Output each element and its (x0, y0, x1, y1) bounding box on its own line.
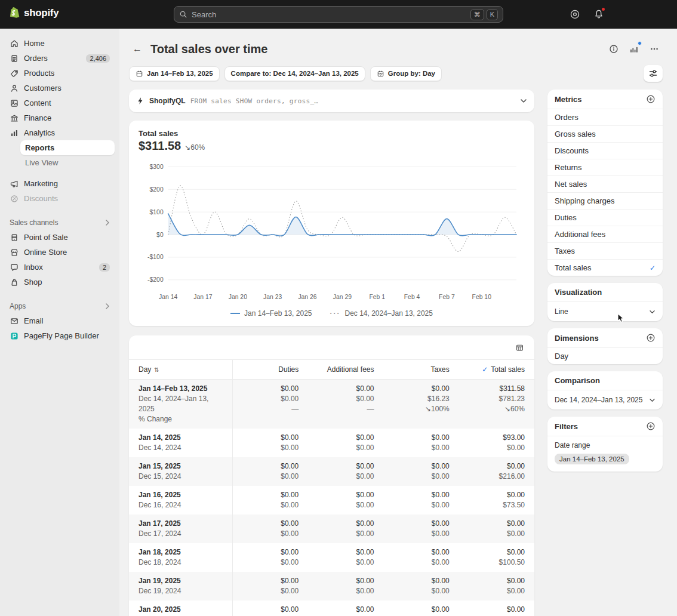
value-current: $0.00 (393, 461, 450, 472)
table-row[interactable]: Jan 20, 2025Dec 20, 2024$0.00$0.00$0.00$… (129, 600, 534, 616)
table-row[interactable]: Jan 14, 2025Dec 14, 2024$0.00$0.00$0.00$… (129, 429, 534, 457)
column-label: Duties (278, 365, 299, 374)
metric-option-net-sales[interactable]: Net sales (547, 175, 663, 192)
marketing-icon (10, 179, 19, 189)
cell-additional-fees: $0.00$0.00 (308, 600, 383, 616)
date-range-chip[interactable]: Jan 14–Feb 13, 2025 (129, 66, 220, 81)
table-row[interactable]: Jan 19, 2025Dec 19, 2024$0.00$0.00$0.00$… (129, 572, 534, 600)
sidebar-item-home[interactable]: Home (5, 36, 115, 51)
comparison-select[interactable]: Dec 14, 2024–Jan 13, 2025 (547, 390, 663, 409)
sidebar-section-title: Apps (10, 302, 26, 310)
value-current: $0.00 (469, 576, 525, 586)
sidebar-item-content[interactable]: Content (5, 96, 115, 110)
cell-duties: $0.00$0.00 (233, 515, 308, 543)
visualization-select[interactable]: Line (547, 301, 663, 321)
value-comparison: $73.50 (469, 500, 525, 510)
sort-icon[interactable]: ⇅ (154, 366, 159, 373)
value-comparison: $0.00 (242, 394, 299, 404)
sidebar-item-pagefly-page-builder[interactable]: PageFly Page Builder (5, 328, 115, 343)
add-dimension-button[interactable] (646, 333, 656, 343)
metric-option-orders[interactable]: Orders (547, 109, 663, 125)
metric-option-duties[interactable]: Duties (547, 209, 663, 226)
compare-to-chip[interactable]: Compare to: Dec 14, 2024–Jan 13, 2025 (224, 66, 365, 81)
dimension-option-day[interactable]: Day (547, 347, 663, 364)
sidebar-item-analytics[interactable]: Analytics (5, 125, 115, 140)
search-input[interactable]: Search ⌘ K (174, 6, 503, 23)
sidebar-item-label: Discounts (24, 194, 58, 203)
value-current: $0.00 (393, 576, 450, 586)
sidebar-item-live-view[interactable]: Live View (20, 155, 115, 170)
sidebar-item-discounts[interactable]: Discounts (5, 191, 115, 206)
svg-text:Feb 7: Feb 7 (439, 294, 455, 300)
sidebar-item-shop[interactable]: Shop (5, 275, 115, 289)
sidebar-item-reports[interactable]: Reports (20, 140, 115, 155)
table-row[interactable]: Jan 14–Feb 13, 2025Dec 14, 2024–Jan 13, … (129, 380, 534, 429)
value-current: $0.00 (318, 605, 374, 615)
svg-text:$100: $100 (150, 209, 164, 215)
metric-value: $311.58 (139, 139, 181, 153)
column-header-duties[interactable]: Duties (233, 360, 308, 379)
column-label: Taxes (430, 365, 449, 374)
info-button[interactable] (605, 41, 622, 57)
value-comparison: $100.50 (469, 558, 525, 568)
value-current: Jan 17, 2025 (139, 519, 223, 529)
sidebar-item-point-of-sale[interactable]: Point of Sale (5, 230, 115, 245)
check-icon: ✓ (482, 365, 488, 374)
metric-option-label: Taxes (555, 247, 575, 255)
sidebar-item-marketing[interactable]: Marketing (5, 176, 115, 191)
customize-panel-button[interactable] (644, 65, 663, 82)
cell-duties: $0.00$0.00 (233, 457, 308, 486)
cell-total-sales: $311.58$781.23↘60% (459, 380, 534, 429)
metric-option-additional-fees[interactable]: Additional fees (547, 226, 663, 242)
value-comparison: Dec 16, 2024 (139, 500, 223, 510)
cell-day: Jan 15, 2025Dec 15, 2024 (129, 457, 233, 486)
table-view-button[interactable] (512, 340, 527, 355)
column-header-total-sales[interactable]: ✓Total sales (459, 360, 534, 379)
chevron-down-icon[interactable] (520, 98, 527, 103)
metric-option-total-sales[interactable]: Total sales✓ (547, 259, 663, 276)
column-header-taxes[interactable]: Taxes (384, 360, 459, 379)
sidebar-section-sales-channels[interactable]: Sales channels (5, 215, 115, 230)
metric-option-discounts[interactable]: Discounts (547, 142, 663, 159)
sidebar-item-products[interactable]: Products (5, 66, 115, 81)
more-button[interactable] (646, 41, 663, 57)
metric-option-shipping-charges[interactable]: Shipping charges (547, 192, 663, 209)
svg-text:Jan 17: Jan 17 (193, 294, 212, 300)
notifications-button[interactable] (589, 5, 608, 24)
date-range-filter-chip[interactable]: Jan 14–Feb 13, 2025 (555, 454, 629, 464)
cmd-key: ⌘ (470, 9, 484, 20)
sidebar-item-finance[interactable]: Finance (5, 110, 115, 125)
metric-option-returns[interactable]: Returns (547, 159, 663, 175)
sidebar-item-inbox[interactable]: Inbox2 (5, 260, 115, 275)
svg-text:Jan 29: Jan 29 (333, 294, 352, 300)
sidebar-section-apps[interactable]: Apps (5, 299, 115, 313)
sales-line-chart[interactable]: $300$200$100$0-$100-$200Jan 14Jan 17Jan … (139, 155, 525, 304)
table-row[interactable]: Jan 15, 2025Dec 15, 2024$0.00$0.00$0.00$… (129, 457, 534, 486)
sidebar-item-online-store[interactable]: Online Store (5, 245, 115, 260)
table-row[interactable]: Jan 16, 2025Dec 16, 2024$0.00$0.00$0.00$… (129, 486, 534, 515)
benchmarks-button[interactable] (626, 41, 642, 57)
table-row[interactable]: Jan 18, 2025Dec 18, 2024$0.00$0.00$0.00$… (129, 543, 534, 572)
compare-to-chip-label: Compare to: Dec 14, 2024–Jan 13, 2025 (231, 70, 359, 77)
column-header-day[interactable]: Day⇅ (129, 360, 233, 379)
table-row[interactable]: Jan 17, 2025Dec 17, 2024$0.00$0.00$0.00$… (129, 515, 534, 543)
metric-option-taxes[interactable]: Taxes (547, 242, 663, 259)
group-by-chip[interactable]: Group by: Day (370, 66, 442, 81)
add-metric-button[interactable] (646, 94, 656, 104)
column-header-additional-fees[interactable]: Additional fees (308, 360, 383, 379)
cell-additional-fees: $0.00$0.00— (308, 380, 383, 429)
back-button[interactable]: ← (129, 41, 146, 57)
cell-day: Jan 19, 2025Dec 19, 2024 (129, 572, 233, 600)
shopifyql-bar[interactable]: ShopifyQL FROM sales SHOW orders, gross_… (129, 90, 534, 112)
sidebar-item-orders[interactable]: Orders2,406 (5, 51, 115, 66)
shopify-logo[interactable]: shopify (8, 6, 59, 20)
value-current: $0.00 (393, 433, 450, 443)
sidebar-item-customers[interactable]: Customers (5, 81, 115, 96)
metric-option-label: Additional fees (555, 230, 605, 239)
value-current: Jan 18, 2025 (139, 547, 223, 558)
alerts-button[interactable] (565, 5, 584, 24)
metric-option-gross-sales[interactable]: Gross sales (547, 125, 663, 142)
cell-additional-fees: $0.00$0.00 (308, 515, 383, 543)
sidebar-item-email[interactable]: Email (5, 313, 115, 328)
add-filter-button[interactable] (646, 421, 656, 431)
